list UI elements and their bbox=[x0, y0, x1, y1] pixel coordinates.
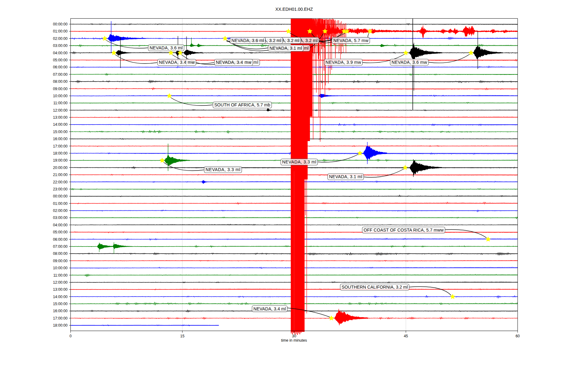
svg-text:13:00:00: 13:00:00 bbox=[53, 287, 68, 292]
svg-text:NEVADA, 3.4 mw: NEVADA, 3.4 mw bbox=[159, 60, 195, 65]
svg-text:OFF COAST OF COSTA RICA, 5.7 m: OFF COAST OF COSTA RICA, 5.7 mww bbox=[364, 228, 444, 232]
svg-text:04:00:00: 04:00:00 bbox=[53, 51, 68, 55]
svg-text:06:00:00: 06:00:00 bbox=[53, 237, 68, 242]
svg-text:20:00:00: 20:00:00 bbox=[53, 166, 68, 170]
svg-text:16:00:00: 16:00:00 bbox=[53, 137, 68, 141]
svg-text:15:00:00: 15:00:00 bbox=[53, 302, 68, 306]
svg-text:NEVADA, 3.1 ml: NEVADA, 3.1 ml bbox=[329, 174, 362, 179]
svg-text:05:00:00: 05:00:00 bbox=[53, 58, 68, 62]
svg-text:NEVADA, 5.7 mw: NEVADA, 5.7 mw bbox=[333, 38, 368, 43]
svg-text:10:00:00: 10:00:00 bbox=[53, 266, 68, 270]
svg-text:13:00:00: 13:00:00 bbox=[53, 115, 68, 120]
svg-text:00:00:00: 00:00:00 bbox=[53, 22, 68, 26]
svg-text:10:00:00: 10:00:00 bbox=[53, 94, 68, 98]
svg-text:30: 30 bbox=[292, 334, 296, 338]
svg-text:00:00:00: 00:00:00 bbox=[53, 194, 68, 198]
svg-text:NEVADA, 3.4 mw: NEVADA, 3.4 mw bbox=[216, 60, 252, 65]
svg-text:01:00:00: 01:00:00 bbox=[53, 29, 68, 33]
svg-text:SOUTH OF AFRICA, 5.7 mb: SOUTH OF AFRICA, 5.7 mb bbox=[214, 102, 270, 107]
svg-text:NEVADA, 3.9 mw: NEVADA, 3.9 mw bbox=[326, 60, 361, 65]
svg-text:NEVADA, 3.3 ml: NEVADA, 3.3 ml bbox=[205, 167, 240, 172]
svg-text:NEVADA, 3.1 ml: NEVADA, 3.1 ml bbox=[270, 46, 302, 51]
svg-text:14:00:00: 14:00:00 bbox=[53, 295, 68, 299]
svg-text:NEVADA, 3.6 ml: NEVADA, 3.6 ml bbox=[232, 38, 264, 43]
svg-text:NEVADA, 3.6 ml: NEVADA, 3.6 ml bbox=[150, 45, 183, 50]
svg-text:NEVADA, 3.6 mw: NEVADA, 3.6 mw bbox=[392, 60, 428, 65]
svg-text:02:00:00: 02:00:00 bbox=[53, 36, 68, 41]
svg-text:01:00:00: 01:00:00 bbox=[53, 201, 68, 206]
svg-text:08:00:00: 08:00:00 bbox=[53, 251, 68, 256]
svg-text:03:00:00: 03:00:00 bbox=[53, 216, 68, 220]
svg-text:18:00:00: 18:00:00 bbox=[53, 151, 68, 155]
svg-text:06:00:00: 06:00:00 bbox=[53, 65, 68, 69]
svg-text:45: 45 bbox=[404, 334, 408, 338]
svg-text:05:00:00: 05:00:00 bbox=[53, 230, 68, 234]
svg-text:15: 15 bbox=[180, 334, 185, 338]
svg-text:11:00:00: 11:00:00 bbox=[53, 273, 68, 278]
svg-text:NEVADA, 3.3 ml: NEVADA, 3.3 ml bbox=[282, 159, 316, 164]
svg-text:12:00:00: 12:00:00 bbox=[53, 280, 68, 285]
svg-text:07:00:00: 07:00:00 bbox=[53, 72, 68, 77]
svg-text:08:00:00: 08:00:00 bbox=[53, 79, 68, 84]
svg-text:19:00:00: 19:00:00 bbox=[53, 158, 68, 163]
svg-text:17:00:00: 17:00:00 bbox=[53, 316, 68, 320]
svg-text:12:00:00: 12:00:00 bbox=[53, 108, 68, 113]
svg-text:17:00:00: 17:00:00 bbox=[53, 144, 68, 148]
svg-text:SOUTHERN CALIFORNIA, 3.2 ml: SOUTHERN CALIFORNIA, 3.2 ml bbox=[341, 285, 408, 289]
svg-text:60: 60 bbox=[515, 334, 520, 338]
svg-text:09:00:00: 09:00:00 bbox=[53, 87, 68, 91]
svg-text:02:00:00: 02:00:00 bbox=[53, 209, 68, 213]
svg-text:time in minutes: time in minutes bbox=[281, 338, 307, 343]
svg-text:21:00:00: 21:00:00 bbox=[53, 173, 68, 177]
svg-text:09:00:00: 09:00:00 bbox=[53, 259, 68, 263]
svg-text:07:00:00: 07:00:00 bbox=[53, 244, 68, 249]
svg-text:0: 0 bbox=[70, 334, 72, 338]
svg-text:NEVADA, 3.4 ml: NEVADA, 3.4 ml bbox=[254, 306, 286, 311]
svg-text:11:00:00: 11:00:00 bbox=[53, 101, 68, 105]
svg-text:23:00:00: 23:00:00 bbox=[53, 187, 68, 191]
svg-text:14:00:00: 14:00:00 bbox=[53, 122, 68, 127]
svg-text:18:00:00: 18:00:00 bbox=[53, 323, 68, 328]
svg-text:XX.EDH01.00.EHZ: XX.EDH01.00.EHZ bbox=[275, 7, 313, 12]
svg-text:04:00:00: 04:00:00 bbox=[53, 223, 68, 227]
svg-text:15:00:00: 15:00:00 bbox=[53, 130, 68, 134]
svg-text:03:00:00: 03:00:00 bbox=[53, 44, 68, 48]
svg-text:16:00:00: 16:00:00 bbox=[53, 309, 68, 313]
svg-text:22:00:00: 22:00:00 bbox=[53, 180, 68, 184]
